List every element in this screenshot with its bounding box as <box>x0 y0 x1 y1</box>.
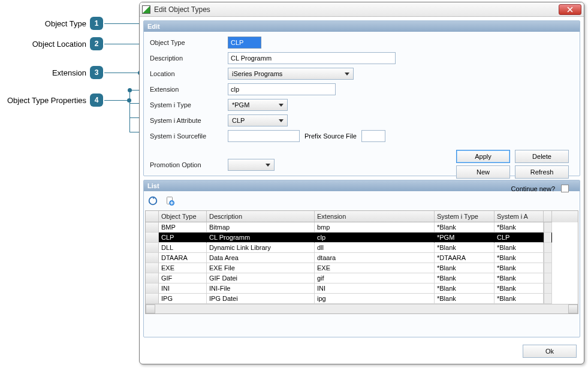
label-extension: Extension <box>150 86 228 93</box>
col-object-type[interactable]: Object Type <box>159 211 207 222</box>
table-row[interactable]: IPGIPG Dateiipg*Blank*Blank <box>146 294 578 304</box>
label-system-i-type: System i Type <box>150 101 228 108</box>
table-row[interactable]: BMPBitmapbmp*Blank*Blank <box>146 222 578 233</box>
edit-object-types-window: Edit Object Types Edit Object Type Descr… <box>139 2 584 364</box>
object-type-grid[interactable]: Object Type Description Extension System… <box>145 210 578 314</box>
continue-new-checkbox[interactable] <box>561 185 569 192</box>
prefix-source-file-input[interactable] <box>361 130 385 142</box>
table-row[interactable]: EXEEXE FileEXE*Blank*Blank <box>146 263 578 273</box>
label-continue-new: Continue new? <box>511 185 555 192</box>
annotation-label: Extension <box>52 68 86 77</box>
window-title: Edit Object Types <box>154 5 559 14</box>
label-system-i-attribute: System i Attribute <box>150 117 228 124</box>
system-i-sourcefile-input[interactable] <box>228 130 300 142</box>
annotation-label: Object Type Properties <box>7 96 86 105</box>
close-button[interactable] <box>559 4 581 15</box>
table-row[interactable]: DLLDynamic Link Librarydll*Blank*Blank <box>146 243 578 253</box>
new-button[interactable]: New <box>456 165 510 179</box>
app-icon <box>142 5 150 14</box>
system-i-type-combo[interactable]: *PGM <box>228 99 288 111</box>
edit-panel: Edit Object Type Description Location iS… <box>143 20 580 176</box>
refresh-icon <box>147 195 158 208</box>
apply-button[interactable]: Apply <box>456 150 510 163</box>
table-row[interactable]: DTAARAData Areadtaara*DTAARA*Blank <box>146 253 578 263</box>
promotion-option-combo[interactable] <box>228 159 275 171</box>
col-description[interactable]: Description <box>207 211 315 222</box>
description-input[interactable] <box>228 52 396 64</box>
label-prefix-source-file: Prefix Source File <box>304 132 357 140</box>
annotation-badge: 4 <box>90 93 103 107</box>
horizontal-scrollbar[interactable] <box>146 304 578 313</box>
label-system-i-sourcefile: System i Sourcefile <box>150 132 228 140</box>
system-i-attribute-combo[interactable]: CLP <box>228 114 288 126</box>
col-system-i-attr[interactable]: System i A <box>494 211 544 222</box>
object-type-input[interactable] <box>228 37 261 49</box>
table-row[interactable]: INIINI-FileINI*Blank*Blank <box>146 283 578 294</box>
ok-button[interactable]: Ok <box>523 345 577 358</box>
delete-button[interactable]: Delete <box>515 150 569 163</box>
refresh-list-button[interactable] <box>146 195 159 208</box>
col-system-i-type[interactable]: System i Type <box>435 211 494 222</box>
add-item-button[interactable] <box>163 195 176 208</box>
location-combo[interactable]: iSeries Programs <box>228 68 354 80</box>
label-object-type: Object Type <box>150 39 228 46</box>
list-panel: List Object Type Description <box>143 180 580 337</box>
edit-panel-header: Edit <box>144 21 580 32</box>
annotation-badge: 3 <box>90 66 103 79</box>
label-description: Description <box>150 55 228 62</box>
grid-header-row: Object Type Description Extension System… <box>146 211 578 222</box>
label-location: Location <box>150 70 228 77</box>
extension-input[interactable] <box>228 83 336 95</box>
label-promotion-option: Promotion Option <box>150 161 228 168</box>
table-row[interactable]: CLPCL Programmclp*PGMCLP <box>146 233 578 243</box>
annotation-label: Object Type <box>45 19 86 28</box>
col-extension[interactable]: Extension <box>315 211 435 222</box>
annotation-badge: 1 <box>90 17 103 30</box>
add-document-icon <box>164 195 175 208</box>
refresh-button[interactable]: Refresh <box>515 165 569 179</box>
annotation-label: Object Location <box>32 40 86 49</box>
table-row[interactable]: GIFGIF Dateigif*Blank*Blank <box>146 273 578 283</box>
titlebar[interactable]: Edit Object Types <box>140 2 584 17</box>
annotation-badge: 2 <box>90 37 103 50</box>
